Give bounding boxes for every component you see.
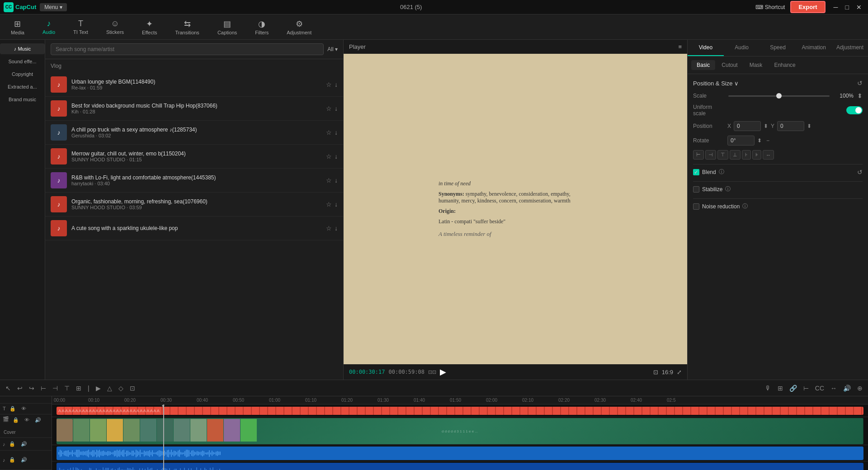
maximize-button[interactable]: □: [843, 3, 852, 12]
tl-split[interactable]: ⊢: [39, 384, 48, 393]
download-button[interactable]: ↓: [335, 129, 338, 136]
tl-play-controls[interactable]: ▶: [94, 384, 103, 393]
aspect-ratio-button[interactable]: 16:9: [662, 369, 673, 376]
video-lock-btn[interactable]: 🔒: [11, 416, 21, 424]
video-vol-btn[interactable]: 🔊: [33, 416, 43, 424]
audio1-lock-btn[interactable]: 🔒: [7, 440, 17, 448]
tool-filters[interactable]: ◑ Filters: [251, 17, 272, 37]
tab-adjustment[interactable]: Adjustment: [832, 40, 868, 56]
tab-video[interactable]: Video: [688, 40, 724, 56]
audio2-lock-btn[interactable]: 🔒: [7, 456, 17, 464]
tab-animation[interactable]: Animation: [796, 40, 832, 56]
tl-link[interactable]: 🔗: [788, 384, 799, 393]
tl-redo[interactable]: ↪: [27, 384, 36, 393]
tool-stickers[interactable]: ☺ Stickers: [103, 17, 127, 37]
pos-x-spinner[interactable]: ⬍: [764, 123, 768, 129]
favorite-button[interactable]: ☆: [326, 105, 332, 112]
favorite-button[interactable]: ☆: [326, 177, 332, 184]
rotate-input[interactable]: [727, 136, 755, 146]
tool-captions[interactable]: ▤ Captions: [214, 17, 241, 37]
align-spread[interactable]: ↔: [763, 150, 774, 160]
sound-effects-button[interactable]: Sound effe...: [0, 56, 45, 67]
favorite-button[interactable]: ☆: [326, 129, 332, 136]
uniform-scale-toggle[interactable]: [846, 106, 863, 114]
pos-x-input[interactable]: [734, 121, 761, 131]
tl-vol[interactable]: 🔊: [841, 384, 853, 393]
rotate-reset[interactable]: −: [766, 137, 769, 144]
tl-trim-right[interactable]: ⊤: [62, 384, 71, 393]
list-item[interactable]: ♪ Organic, fashionable, morning, refresh…: [45, 193, 343, 216]
download-button[interactable]: ↓: [335, 81, 338, 88]
minimize-button[interactable]: ─: [831, 3, 841, 12]
favorite-button[interactable]: ☆: [326, 201, 332, 208]
align-center-h[interactable]: ⊣: [705, 150, 716, 160]
fullscreen-toggle[interactable]: ⊡: [653, 369, 658, 376]
download-button[interactable]: ↓: [335, 201, 338, 208]
fit-button[interactable]: ⤢: [677, 369, 682, 376]
download-button[interactable]: ↓: [335, 177, 338, 184]
list-item[interactable]: ♪ Best for video background music Chill …: [45, 97, 343, 121]
align-right[interactable]: ⊤: [717, 150, 728, 160]
subtab-cutout[interactable]: Cutout: [716, 60, 743, 70]
subtab-basic[interactable]: Basic: [691, 60, 715, 70]
tl-delete[interactable]: ⊞: [74, 384, 83, 393]
subtab-enhance[interactable]: Enhance: [769, 60, 801, 70]
align-top[interactable]: ⊥: [730, 150, 741, 160]
reset-icon[interactable]: ↺: [857, 80, 863, 87]
audio1-clip[interactable]: // Generate waveform bars inline documen…: [57, 446, 863, 460]
favorite-button[interactable]: ☆: [326, 225, 332, 232]
align-left[interactable]: ⊢: [693, 150, 704, 160]
audio2-vol-btn[interactable]: 🔊: [19, 456, 29, 464]
shortcut-button[interactable]: ⌨ Shortcut: [755, 4, 785, 10]
tool-adjustment[interactable]: ⚙ Adjustment: [283, 17, 315, 37]
tl-zoom-out[interactable]: ↔: [829, 384, 839, 393]
all-filter-button[interactable]: All ▾: [327, 46, 338, 52]
tl-zoom-in[interactable]: ⊞: [776, 384, 785, 393]
copyright-button[interactable]: Copyright: [0, 69, 45, 80]
tl-mic[interactable]: 🎙: [763, 384, 773, 393]
rotate-spinner[interactable]: ⬍: [757, 137, 762, 144]
tl-select-tool[interactable]: ↖: [4, 384, 13, 393]
tab-audio[interactable]: Audio: [724, 40, 760, 56]
text-vis-btn[interactable]: 👁: [19, 405, 28, 412]
menu-button[interactable]: Menu ▾: [40, 3, 66, 11]
tl-crop[interactable]: ⊡: [128, 384, 137, 393]
search-input[interactable]: [51, 43, 324, 55]
favorite-button[interactable]: ☆: [326, 81, 332, 88]
align-bottom[interactable]: ⊧: [752, 150, 761, 160]
scale-spinbox[interactable]: ⬍: [857, 92, 863, 99]
tl-color-grade[interactable]: △: [105, 384, 114, 393]
download-button[interactable]: ↓: [335, 225, 338, 232]
blend-reset[interactable]: ↺: [857, 169, 863, 176]
list-item[interactable]: ♪ A cute song with a sparkling ukulele-l…: [45, 216, 343, 240]
tool-audio[interactable]: ♪ Audio: [39, 17, 59, 37]
scale-slider[interactable]: [728, 95, 830, 97]
text-lock-btn[interactable]: 🔒: [8, 405, 18, 413]
pos-y-input[interactable]: [777, 121, 804, 131]
blend-checkbox[interactable]: ✓: [693, 169, 699, 175]
audio2-clip[interactable]: document.currentScript.insertAdjacentHTM…: [57, 463, 863, 470]
subtab-mask[interactable]: Mask: [744, 60, 768, 70]
brand-music-button[interactable]: Brand music: [0, 94, 45, 105]
tl-trim-left[interactable]: ⊣: [51, 384, 60, 393]
align-center-v[interactable]: ⊦: [742, 150, 751, 160]
tracks-area[interactable]: 00:00 00:10 00:20 00:30 00:40 00:50 01:0…: [52, 396, 868, 470]
tl-settings[interactable]: ⊕: [855, 384, 864, 393]
list-item[interactable]: ♪ R&B with Lo-Fi, light and comfortable …: [45, 169, 343, 193]
favorite-button[interactable]: ☆: [326, 153, 332, 160]
download-button[interactable]: ↓: [335, 105, 338, 112]
list-item[interactable]: ♪ A chill pop truck with a sexy atmosphe…: [45, 121, 343, 145]
tl-undo[interactable]: ↩: [15, 384, 24, 393]
play-button[interactable]: ▶: [440, 367, 446, 377]
tool-media[interactable]: ⊞ Media: [7, 17, 28, 37]
tl-caption[interactable]: CC: [813, 384, 826, 393]
export-button[interactable]: Export: [790, 1, 825, 13]
tool-transitions[interactable]: ⇆ Transitions: [171, 17, 203, 37]
stabilize-checkbox[interactable]: [693, 186, 699, 193]
tl-keyframe[interactable]: ◇: [117, 384, 125, 393]
video-vis-btn[interactable]: 👁: [23, 416, 31, 423]
music-button[interactable]: ♪ Music: [0, 43, 45, 54]
close-button[interactable]: ✕: [854, 3, 864, 12]
pos-y-spinner[interactable]: ⬍: [807, 123, 811, 129]
tl-snap[interactable]: ⊢: [802, 384, 811, 393]
